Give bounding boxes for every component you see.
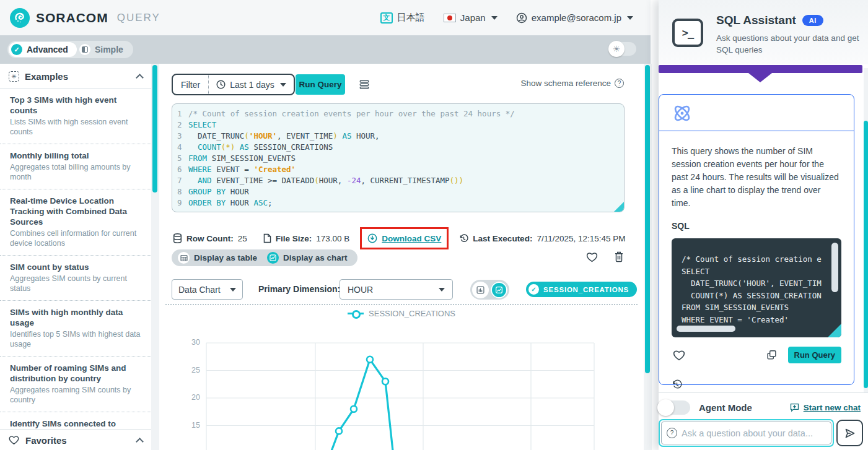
download-csv-link[interactable]: Download CSV	[367, 233, 441, 243]
chart-legend[interactable]: SESSION_CREATIONS	[159, 309, 644, 318]
example-list-item[interactable]: SIM count by statusAggregates SIM counts…	[0, 256, 151, 301]
mode-advanced-button[interactable]: ✓ Advanced	[9, 42, 77, 57]
delete-query-button[interactable]	[614, 251, 624, 262]
example-list-item[interactable]: Number of roaming SIMs and distribution …	[0, 357, 151, 412]
row-count-stat: Row Count:25	[173, 233, 247, 243]
user-icon	[516, 12, 527, 24]
code-hscrollbar[interactable]	[677, 326, 735, 332]
simple-mode-icon	[79, 44, 90, 55]
assistant-code-line: COUNT(*) AS SESSION_CREATION	[682, 290, 841, 302]
mode-simple-button[interactable]: Simple	[77, 42, 132, 57]
heart-icon	[673, 350, 685, 361]
theme-toggle[interactable]: ☀	[609, 42, 636, 56]
database-icon	[173, 233, 182, 243]
examples-icon: ✳	[9, 71, 19, 82]
assistant-response-card: This query shows the number of SIM sessi…	[659, 94, 854, 385]
coverage-selector[interactable]: Japan	[444, 12, 498, 23]
ai-badge: AI	[802, 15, 823, 26]
product-name: QUERY	[117, 12, 160, 24]
sidebar-scrollbar-thumb[interactable]	[152, 65, 157, 193]
annotation-highlight-box: Download CSV	[360, 227, 449, 249]
display-as-table-button[interactable]: Display as table	[174, 252, 261, 264]
start-new-chat-link[interactable]: Start new chat	[789, 402, 861, 412]
last-executed-value: 7/11/2025, 12:15:45 PM	[537, 234, 625, 243]
main-scrollbar-thumb[interactable]	[645, 65, 650, 373]
account-menu[interactable]: example@soracom.jp	[516, 12, 633, 24]
example-list-item[interactable]: Top 3 SIMs with high event countsLists S…	[0, 89, 151, 144]
example-list-item[interactable]: Real-time Device Location Tracking with …	[0, 189, 151, 256]
line-number: 3	[177, 131, 188, 142]
assistant-code-block[interactable]: /* Count of session creation eSELECT DAT…	[672, 238, 841, 337]
editor-resize-handle[interactable]	[614, 202, 624, 212]
assistant-code-line: /* Count of session creation e	[682, 253, 841, 266]
example-description: Lists SIMs with high session event count…	[10, 117, 141, 137]
assistant-footer-divider	[659, 392, 868, 393]
chevron-up-icon[interactable]	[136, 438, 144, 446]
primary-dimension-select[interactable]: HOUR	[340, 279, 453, 300]
example-description: Identifies top 5 SIMs with highest data …	[10, 329, 141, 349]
time-range-dropdown[interactable]: Last 1 days	[209, 80, 294, 90]
line-number: 6	[177, 164, 188, 175]
favorites-header[interactable]: Favorites	[0, 430, 151, 450]
mode-toggle: ✓ Advanced Simple	[7, 41, 133, 58]
example-description: Combines cell information for current de…	[10, 228, 141, 248]
send-icon	[844, 428, 856, 439]
line-number: 9	[177, 197, 188, 209]
assistant-run-query-button[interactable]: Run Query	[788, 347, 841, 363]
sql-section-label: SQL	[672, 221, 841, 231]
format-sql-icon[interactable]	[359, 79, 370, 90]
favorite-suggestion-button[interactable]	[673, 350, 685, 361]
chart-type-value: Data Chart	[178, 285, 221, 295]
examples-title: Examples	[25, 71, 131, 82]
example-list-item[interactable]: Monthly billing totalAggregates total bi…	[0, 144, 151, 189]
assistant-scrollbar-thumb[interactable]	[864, 121, 868, 388]
chart-type-select[interactable]: Data Chart	[172, 279, 243, 300]
series-badge[interactable]: ✓ SESSION_CREATIONS	[526, 282, 637, 297]
examples-header[interactable]: ✳ Examples	[0, 64, 151, 89]
send-button[interactable]	[836, 420, 863, 446]
example-description: Aggregates SIM counts by current status	[10, 274, 141, 293]
editor-code-line: 9ORDER BY HOUR ASC;	[177, 197, 624, 209]
ask-question-input[interactable]	[682, 428, 826, 438]
chevron-down-icon	[439, 288, 445, 292]
line-chart-button[interactable]	[491, 282, 507, 298]
chevron-up-icon[interactable]	[136, 74, 144, 82]
editor-code-line: 4 COUNT(*) AS SESSION_CREATIONS	[177, 142, 624, 153]
editor-code-line: 6WHERE EVENT = 'Created'	[177, 164, 624, 175]
y-axis-tick-label: 25	[185, 366, 200, 374]
agent-mode-toggle[interactable]	[659, 400, 690, 415]
copy-sql-button[interactable]	[766, 350, 777, 360]
help-icon: ?	[615, 79, 624, 88]
history-button[interactable]	[672, 379, 682, 390]
assistant-title: SQL Assistant	[716, 14, 796, 27]
code-vscrollbar[interactable]	[831, 243, 838, 292]
assistant-scrollbar-track[interactable]	[864, 68, 868, 392]
language-switcher[interactable]: 文 日本語	[380, 12, 425, 24]
display-as-chart-button[interactable]: Display as chart	[263, 252, 351, 264]
account-email: example@soracom.jp	[532, 12, 621, 23]
sql-editor[interactable]: 1/* Count of session creation events per…	[172, 103, 625, 212]
line-chart-svg	[205, 337, 595, 450]
assistant-subtitle: Ask questions about your data and get SQ…	[716, 32, 860, 56]
show-schema-reference-link[interactable]: Show schema reference ?	[520, 79, 624, 88]
example-list-item[interactable]: SIMs with high monthly data usageIdentif…	[0, 301, 151, 357]
line-chart: 30252015	[205, 337, 595, 450]
example-description: Aggregates roaming SIM counts by country	[10, 385, 141, 405]
code-resize-handle[interactable]	[828, 324, 841, 337]
chart-kind-toggle	[470, 280, 509, 300]
favorite-query-button[interactable]	[586, 251, 598, 262]
bar-chart-button[interactable]	[472, 282, 489, 298]
sidebar-scrollbar-track[interactable]	[151, 64, 159, 450]
assistant-code-line: WHERE EVENT = 'Created'	[682, 314, 841, 326]
y-axis-tick-label: 30	[185, 338, 200, 347]
chevron-down-icon	[230, 288, 236, 292]
history-clock-icon	[459, 234, 468, 243]
line-number: 8	[177, 186, 188, 197]
filter-button[interactable]: Filter	[173, 75, 209, 94]
assistant-progress-pointer	[748, 73, 772, 82]
chevron-down-icon	[491, 16, 498, 20]
editor-code-line: 8GROUP BY HOUR	[177, 186, 624, 197]
chart-controls: Data Chart Primary Dimension: HOUR ✓ SES…	[172, 279, 631, 300]
atom-icon	[672, 103, 693, 123]
run-query-button[interactable]: Run Query	[296, 74, 345, 95]
